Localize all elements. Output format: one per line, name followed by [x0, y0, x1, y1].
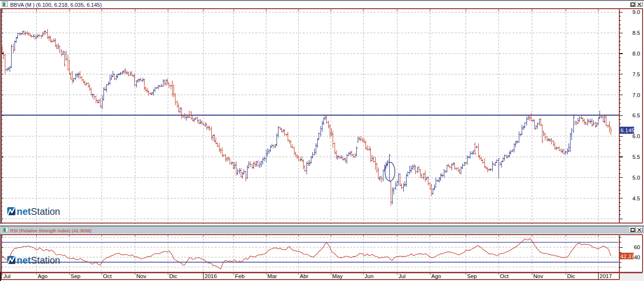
- svg-text:Feb: Feb: [235, 273, 245, 279]
- svg-text:Mar: Mar: [267, 273, 277, 279]
- svg-text:Jul: Jul: [398, 273, 406, 279]
- svg-text:8.0: 8.0: [632, 51, 640, 56]
- svg-text:Abr: Abr: [300, 273, 308, 279]
- svg-text:60: 60: [634, 244, 640, 250]
- svg-text:Ago: Ago: [38, 273, 47, 279]
- svg-text:Dic: Dic: [567, 273, 575, 279]
- svg-text:6.5: 6.5: [632, 112, 640, 118]
- svg-text:5.5: 5.5: [632, 154, 640, 160]
- svg-text:4.5: 4.5: [632, 196, 640, 201]
- svg-text:Nov: Nov: [136, 273, 146, 279]
- svg-text:6.0: 6.0: [632, 133, 640, 139]
- svg-text:Nov: Nov: [533, 273, 543, 279]
- svg-text:Sep: Sep: [467, 273, 477, 279]
- svg-text:Jul: Jul: [3, 273, 11, 279]
- svg-text:40: 40: [634, 254, 640, 260]
- svg-text:Dic: Dic: [169, 273, 177, 279]
- svg-text:7.0: 7.0: [632, 92, 640, 98]
- svg-text:5.0: 5.0: [632, 175, 640, 181]
- svg-text:Oct: Oct: [103, 273, 112, 279]
- svg-text:Ago: Ago: [431, 273, 441, 279]
- svg-text:2017: 2017: [600, 273, 612, 279]
- svg-text:42.37: 42.37: [620, 253, 634, 259]
- svg-text:9.0: 9.0: [632, 9, 640, 15]
- svg-text:8.5: 8.5: [632, 30, 640, 36]
- svg-text:May: May: [332, 273, 343, 279]
- svg-text:7.5: 7.5: [632, 71, 640, 77]
- svg-text:2016: 2016: [205, 273, 217, 279]
- svg-text:Jun: Jun: [365, 273, 374, 279]
- svg-text:Oct: Oct: [500, 273, 509, 279]
- svg-text:Sep: Sep: [71, 273, 80, 279]
- svg-text:6.145: 6.145: [621, 127, 635, 133]
